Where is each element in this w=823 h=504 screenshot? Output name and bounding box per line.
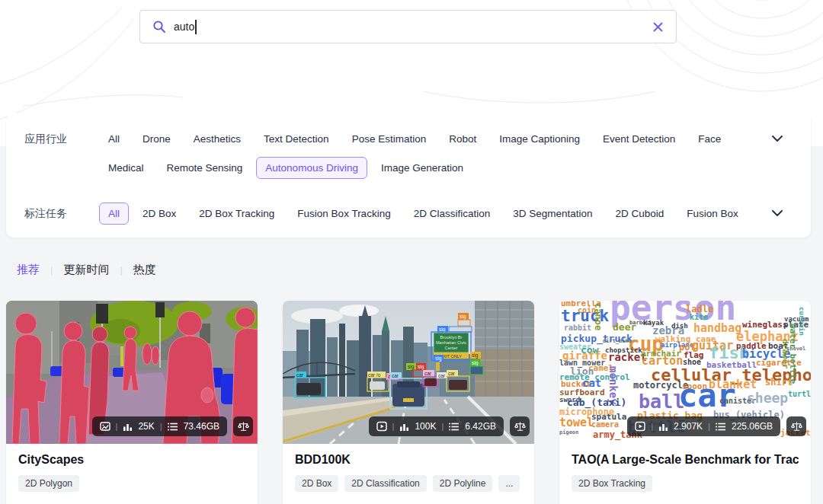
industry-chip-autonomous-driving[interactable]: Autonomous Driving [256,157,367,179]
wordcloud-word: handbag [693,323,741,334]
industry-chip-drone[interactable]: Drone [133,128,180,150]
svg-text:car /o: car /o [368,372,381,378]
industry-chip-event-detection[interactable]: Event Detection [594,128,684,150]
license-scale-button[interactable] [510,416,530,436]
dataset-size: 225.06GB [732,421,773,432]
task-chip-2d-box-tracking[interactable]: 2D Box Tracking [190,203,283,225]
svg-text:car: car [392,373,399,378]
wordcloud-word: drawer [781,339,789,369]
card-info: TAO(A Large-Scale Benchmark for Track...… [559,444,811,504]
industry-chip-all[interactable]: All [99,128,129,150]
video-type-icon [376,421,387,432]
stat-separator: | [441,422,444,431]
filter-panel: 应用行业 AllDroneAestheticsText DetectionPos… [6,113,811,238]
svg-text:sig: sig [460,314,466,320]
task-chip-row: All2D Box2D Box TrackingFusion Box Track… [99,203,762,225]
cityscapes-thumbnail[interactable]: | 25K | 73.46GB [6,301,258,444]
task-chip-fusion-box[interactable]: Fusion Box [677,203,748,225]
dataset-tag-2d-box-tracking: 2D Box Tracking [572,475,652,492]
industry-chip-remote-sensing[interactable]: Remote Sensing [158,157,252,179]
task-chip-2d-classification[interactable]: 2D Classification [405,203,500,225]
industry-chip-face[interactable]: Face [689,128,730,150]
sort-option-推荐[interactable]: 推荐 [17,263,40,277]
dataset-tag-2d-classification: 2D Classification [344,475,426,492]
bdd100k-thumbnail[interactable]: sig sig Brooklyn Br Manhattan Civic Cent… [283,301,534,444]
sort-option-热度[interactable]: 热度 [133,263,156,277]
sort-option-更新时间[interactable]: 更新时间 [63,263,109,277]
stat-separator: | [116,422,118,431]
image-type-icon [100,421,110,432]
dataset-count: 2.907K [674,421,703,432]
tao-thumbnail[interactable]: personumbrellacointruckcanoerabbitdeerba… [559,301,811,444]
dataset-title: TAO(A Large-Scale Benchmark for Track... [572,453,799,467]
sort-bar: 推荐|更新时间|热度 [17,263,156,277]
search-icon [152,20,166,33]
industry-chip-image-generation[interactable]: Image Generation [372,157,472,179]
dataset-card-list: | 25K | 73.46GB [6,301,811,504]
wordcloud-word: rabbit [564,324,591,332]
wordcloud-word: sheep [747,391,788,405]
svg-text:sig: sig [472,360,479,366]
task-chip-all[interactable]: All [99,203,129,225]
clear-search-icon[interactable] [652,21,664,33]
industry-chip-aesthetics[interactable]: Aesthetics [184,128,250,150]
dataset-card-cityscapes[interactable]: | 25K | 73.46GB [6,301,258,504]
svg-text:car: car [424,371,432,376]
sort-separator: | [50,264,53,276]
dataset-card-tao[interactable]: personumbrellacointruckcanoerabbitdeerba… [559,301,811,504]
dataset-title: BDD100K [295,453,522,467]
wordcloud-word: camera [591,421,619,429]
stat-separator: | [392,422,395,431]
right-building [475,301,534,398]
wordcloud-word: dirt_bike [603,339,632,344]
wordcloud-word: towel [559,417,594,429]
task-chip-fusion-box-tracking[interactable]: Fusion Box Tracking [288,203,399,225]
svg-text:sig: sig [435,356,442,362]
task-filter-label: 标注任务 [24,207,67,221]
text-caret [195,20,197,34]
stat-separator: | [708,422,710,431]
size-list-icon [449,422,460,432]
industry-chip-robot[interactable]: Robot [440,128,485,150]
task-chip-3d-segmentation[interactable]: 3D Segmentation [504,203,601,225]
wordcloud-word: kite [690,314,708,321]
wordcloud-word: wineglass [742,321,788,329]
search-input[interactable]: auto [174,21,194,33]
search-bar[interactable]: auto [139,10,677,43]
dataset-count: 100K [415,421,436,432]
industry-chip-row-1: AllDroneAestheticsText DetectionPose Est… [99,128,762,150]
industry-expand-chevron-icon[interactable] [770,131,785,146]
svg-text:Brooklyn Br: Brooklyn Br [440,335,463,340]
count-bars-icon [123,422,133,432]
task-chip-2d-cuboid[interactable]: 2D Cuboid [607,203,674,225]
license-scale-button[interactable] [786,416,806,436]
dataset-tag-more: ... [498,475,520,492]
count-bars-icon [658,422,668,432]
dataset-size: 73.46GB [184,421,219,432]
dataset-card-bdd100k[interactable]: sig sig Brooklyn Br Manhattan Civic Cent… [283,301,534,504]
svg-text:Manhattan Civic: Manhattan Civic [436,340,466,345]
svg-text:car: car [296,372,304,378]
dataset-stats-pill: | 25K | 73.46GB [92,416,227,436]
task-chip-2d-box[interactable]: 2D Box [133,203,185,225]
svg-text:sig: sig [408,364,415,370]
svg-text:EXIT ONLY: EXIT ONLY [440,354,462,359]
industry-chip-medical[interactable]: Medical [99,157,153,179]
dataset-count: 25K [138,421,154,432]
industry-chip-image-captioning[interactable]: Image Captioning [490,128,589,150]
industry-chip-text-detection[interactable]: Text Detection [255,128,338,150]
task-expand-chevron-icon[interactable] [770,206,785,221]
dataset-tag-2d-polygon: 2D Polygon [18,475,79,492]
industry-chip-pose-estimation[interactable]: Pose Estimation [343,128,436,150]
wordcloud-word: turtle [788,391,811,398]
dataset-title: CityScapes [18,453,245,467]
license-scale-button[interactable] [233,416,253,436]
svg-text:sig: sig [472,352,479,359]
svg-text:Center: Center [445,346,458,350]
dataset-stats-pill: | 2.907K | 225.06GB [627,416,780,436]
stat-separator: | [160,422,162,431]
count-bars-icon [399,422,409,432]
svg-text:sig: sig [418,364,424,370]
wordcloud-word: canoe [594,303,603,330]
industry-filter-label: 应用行业 [24,132,67,146]
